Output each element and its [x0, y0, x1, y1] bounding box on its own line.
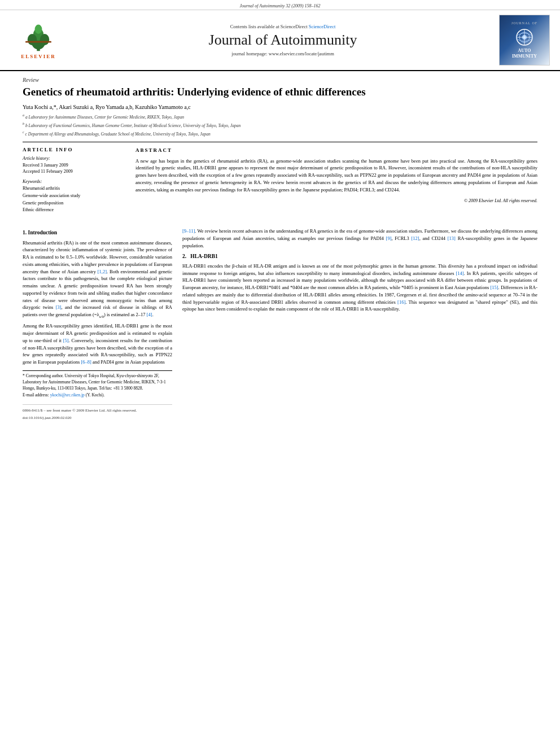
affiliation-a-text: a Laboratory for Autoimmune Diseases, Ce… — [25, 114, 184, 119]
ref-16: [16] — [397, 299, 405, 305]
keyword-1: Rheumatoid arthritis — [23, 185, 124, 193]
sciencedirect-line: Contents lists available at ScienceDirec… — [67, 24, 499, 29]
elsevier-tree-icon — [21, 21, 55, 53]
header-banner: ELSEVIER Contents lists available at Sci… — [0, 10, 560, 71]
issn-line: 0896-8411/$ – see front matter © 2009 El… — [23, 408, 172, 414]
ref-6-8: [6–8] — [81, 359, 91, 365]
divider — [23, 142, 537, 142]
ref-15: [15] — [490, 285, 498, 290]
ref-9: [9] — [386, 235, 392, 241]
section2-title: HLA-DRB1 — [190, 254, 218, 259]
email-suffix: (Y. Kochi). — [86, 392, 104, 397]
svg-point-5 — [40, 34, 50, 45]
email-line: E-mail address: ykochi@src.riken.jp (Y. … — [23, 392, 172, 399]
article-info-title: ARTICLE INFO — [23, 147, 124, 152]
svg-point-4 — [28, 34, 37, 45]
badge-title-text: AUTOIMMUNITY — [510, 48, 539, 59]
keywords-group: Keywords: Rheumatoid arthritis Genome-wi… — [23, 179, 124, 214]
sciencedirect-text: Contents lists available at ScienceDirec… — [230, 24, 308, 29]
journal-homepage: journal homepage: www.elsevier.com/locat… — [67, 51, 499, 56]
autoimmunity-badge-content: Journal of AUTOIMMUNITY — [510, 21, 539, 59]
article-info-col: ARTICLE INFO Article history: Received 3… — [23, 147, 124, 219]
intro-para1: Rheumatoid arthritis (RA) is one of the … — [23, 239, 172, 320]
ref-1-2: [1,2] — [98, 269, 107, 274]
keyword-2: Genome-wide association study — [23, 193, 124, 200]
keyword-4: Ethnic difference — [23, 207, 124, 214]
ref-5: [5] — [63, 338, 69, 343]
main-body: 1. Introduction Rheumatoid arthritis (RA… — [0, 224, 560, 426]
svg-point-3 — [35, 24, 42, 34]
right-para2: HLA-DRB1 encodes the β-chain of HLA-DR a… — [182, 263, 537, 313]
section2-heading: 2. HLA-DRB1 — [182, 252, 537, 260]
elsevier-logo: ELSEVIER — [21, 21, 56, 59]
ref-3: [3] — [56, 304, 62, 310]
autoimmunity-graphic — [510, 27, 539, 47]
review-label: Review — [23, 77, 537, 83]
ref-13: [13] — [448, 235, 456, 241]
affiliation-c: c c Department of Allergy and Rheumatolo… — [23, 130, 537, 137]
elsevier-text: ELSEVIER — [21, 54, 56, 59]
right-para1: [9–11]. We review herein recent advances… — [182, 228, 537, 249]
ref-12: [12] — [412, 235, 419, 241]
copyright-line: © 2009 Elsevier Ltd. All rights reserved… — [135, 198, 537, 204]
history-group: Article history: Received 3 January 2009… — [23, 156, 124, 174]
two-col-info: ARTICLE INFO Article history: Received 3… — [23, 147, 537, 219]
footnote-text: * Corresponding author. University of To… — [23, 373, 172, 392]
body-col-right: [9–11]. We review herein recent advances… — [182, 228, 537, 421]
history-label: Article history: — [23, 156, 124, 161]
header-center: Contents lists available at ScienceDirec… — [67, 24, 499, 56]
article-title: Genetics of rheumatoid arthritis: Underl… — [23, 85, 537, 99]
journal-citation-text: Journal of Autoimmunity 32 (2009) 158–16… — [239, 3, 320, 8]
footnote-area: * Corresponding author. University of To… — [23, 370, 172, 399]
footer-area: 0896-8411/$ – see front matter © 2009 El… — [23, 404, 172, 421]
journal-badge: Journal of AUTOIMMUNITY — [499, 15, 550, 65]
sciencedirect-link[interactable]: ScienceDirect — [309, 24, 336, 29]
authors-text: Yuta Kochi a,*, Akari Suzuki a, Ryo Yama… — [23, 104, 191, 110]
affiliation-b-text: b Laboratory of Functional Genomics, Hum… — [25, 123, 240, 128]
abstract-text: A new age has begun in the genetics of r… — [135, 158, 537, 194]
intro-section-num: 1. — [23, 230, 27, 235]
ref-9-11: [9–11] — [182, 228, 195, 234]
svg-rect-6 — [25, 41, 51, 42]
body-col-left: 1. Introduction Rheumatoid arthritis (RA… — [23, 228, 172, 421]
affiliation-b: b b Laboratory of Functional Genomics, H… — [23, 121, 537, 129]
article-content: Review Genetics of rheumatoid arthritis:… — [0, 71, 560, 224]
received-value: Received 3 January 2009 — [23, 162, 124, 168]
ref-14: [14] — [456, 270, 464, 276]
email-value[interactable]: ykochi@src.riken.jp — [50, 392, 85, 397]
abstract-col: ABSTRACT A new age has begun in the gene… — [135, 147, 537, 219]
abstract-title: ABSTRACT — [135, 147, 537, 154]
intro-section-title: Introduction — [28, 230, 58, 235]
email-label: E-mail address: — [23, 392, 49, 397]
keywords-list: Rheumatoid arthritis Genome-wide associa… — [23, 185, 124, 214]
journal-citation: Journal of Autoimmunity 32 (2009) 158–16… — [0, 0, 560, 10]
page: Journal of Autoimmunity 32 (2009) 158–16… — [0, 0, 560, 747]
affiliation-a: a a Laboratory for Autoimmune Diseases, … — [23, 113, 537, 120]
accepted-value: Accepted 11 February 2009 — [23, 168, 124, 174]
elsevier-logo-area: ELSEVIER — [10, 21, 67, 59]
homepage-text: journal homepage: www.elsevier.com/locat… — [231, 51, 334, 56]
keywords-label: Keywords: — [23, 179, 124, 184]
authors-line: Yuta Kochi a,*, Akari Suzuki a, Ryo Yama… — [23, 104, 537, 110]
intro-para2: Among the RA-susceptibility genes identi… — [23, 322, 172, 366]
ref-4: [4] — [147, 312, 152, 317]
badge-label-text: Journal of — [510, 21, 539, 25]
affiliation-c-text: c Department of Allergy and Rheumatology… — [25, 131, 211, 136]
intro-heading: 1. Introduction — [23, 229, 172, 237]
doi-line: doi:10.1016/j.jaut.2009.02.020 — [23, 415, 172, 421]
keyword-3: Genetic predisposition — [23, 200, 124, 207]
section2-num: 2. — [182, 254, 186, 259]
journal-title: Journal of Autoimmunity — [67, 32, 499, 49]
